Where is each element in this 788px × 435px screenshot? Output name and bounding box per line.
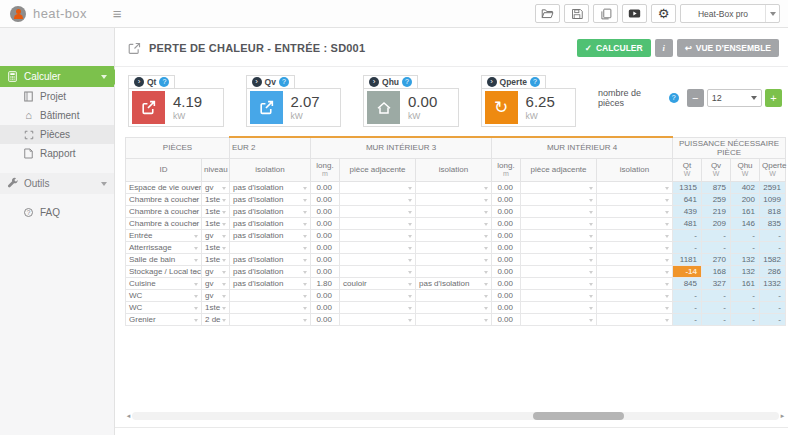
cell-isolation-mur4[interactable]	[597, 181, 673, 193]
cell-isolation-mur2[interactable]	[230, 301, 311, 313]
rooms-decrement-button[interactable]: −	[687, 89, 704, 107]
cell-piece-adjacente-mur3[interactable]	[340, 265, 416, 277]
cell-isolation-mur3[interactable]	[416, 181, 492, 193]
cell-isolation-mur3[interactable]: pas d'isolation	[416, 277, 492, 289]
cell-id[interactable]: Stockage / Local tech	[126, 265, 202, 277]
cell-longueur-mur3[interactable]: 0.00	[311, 217, 340, 229]
cell-longueur-mur3[interactable]: 0.00	[311, 289, 340, 301]
cell-niveau[interactable]: 1ste	[202, 217, 230, 229]
cell-niveau[interactable]: 1ste	[202, 205, 230, 217]
cell-isolation-mur2[interactable]	[230, 313, 311, 325]
cell-piece-adjacente-mur4[interactable]	[521, 229, 597, 241]
cell-piece-adjacente-mur3[interactable]	[340, 301, 416, 313]
cell-id[interactable]: WC	[126, 289, 202, 301]
cell-piece-adjacente-mur4[interactable]	[521, 253, 597, 265]
sidebar-item-pieces[interactable]: Pièces	[0, 125, 114, 144]
cell-piece-adjacente-mur3[interactable]	[340, 205, 416, 217]
cell-longueur-mur3[interactable]: 0.00	[311, 241, 340, 253]
cell-isolation-mur4[interactable]	[597, 193, 673, 205]
cell-isolation-mur4[interactable]	[597, 217, 673, 229]
save-button[interactable]	[564, 4, 589, 23]
cell-id[interactable]: Salle de bain	[126, 253, 202, 265]
cell-isolation-mur3[interactable]	[416, 193, 492, 205]
cell-isolation-mur3[interactable]	[416, 217, 492, 229]
cell-isolation-mur2[interactable]: pas d'isolation	[230, 265, 311, 277]
cell-isolation-mur3[interactable]	[416, 241, 492, 253]
cell-isolation-mur2[interactable]: pas d'isolation	[230, 193, 311, 205]
info-button[interactable]: i	[655, 39, 673, 57]
cell-longueur-mur3[interactable]: 1.80	[311, 277, 340, 289]
cell-longueur-mur4[interactable]: 0.00	[492, 313, 521, 325]
cell-longueur-mur3[interactable]: 0.00	[311, 253, 340, 265]
cell-longueur-mur3[interactable]: 0.00	[311, 229, 340, 241]
cell-longueur-mur3[interactable]: 0.00	[311, 205, 340, 217]
cell-niveau[interactable]: gv	[202, 277, 230, 289]
cell-isolation-mur2[interactable]: pas d'isolation	[230, 217, 311, 229]
cell-longueur-mur3[interactable]: 0.00	[311, 313, 340, 325]
cell-isolation-mur2[interactable]	[230, 289, 311, 301]
cell-niveau[interactable]: 2 de	[202, 313, 230, 325]
cell-isolation-mur4[interactable]	[597, 301, 673, 313]
cell-id[interactable]: Chambre à coucher 2	[126, 205, 202, 217]
help-icon[interactable]: ?	[402, 77, 412, 87]
cell-longueur-mur4[interactable]: 0.00	[492, 289, 521, 301]
cell-isolation-mur2[interactable]	[230, 241, 311, 253]
cell-longueur-mur4[interactable]: 0.00	[492, 277, 521, 289]
cell-niveau[interactable]: 1ste	[202, 253, 230, 265]
sidebar-item-faq[interactable]: ? FAQ	[0, 203, 114, 222]
cell-longueur-mur4[interactable]: 0.00	[492, 301, 521, 313]
cell-piece-adjacente-mur4[interactable]	[521, 181, 597, 193]
cell-piece-adjacente-mur4[interactable]	[521, 193, 597, 205]
scrollbar-thumb[interactable]	[533, 412, 624, 420]
cell-id[interactable]: Entrée	[126, 229, 202, 241]
cell-niveau[interactable]: 1ste	[202, 193, 230, 205]
cell-isolation-mur3[interactable]	[416, 301, 492, 313]
scroll-right-arrow-icon[interactable]: ►	[779, 413, 786, 419]
cell-longueur-mur4[interactable]: 0.00	[492, 217, 521, 229]
sidebar-item-outils[interactable]: Outils	[0, 173, 114, 194]
cell-piece-adjacente-mur3[interactable]	[340, 289, 416, 301]
cell-isolation-mur4[interactable]	[597, 265, 673, 277]
sidebar-item-batiment[interactable]: ⌂ Bâtiment	[0, 106, 114, 125]
cell-isolation-mur4[interactable]	[597, 277, 673, 289]
cell-piece-adjacente-mur3[interactable]	[340, 229, 416, 241]
sidebar-item-projet[interactable]: Projet	[0, 87, 114, 106]
cell-isolation-mur3[interactable]	[416, 205, 492, 217]
cell-piece-adjacente-mur4[interactable]	[521, 241, 597, 253]
cell-niveau[interactable]: gv	[202, 289, 230, 301]
cell-piece-adjacente-mur4[interactable]	[521, 313, 597, 325]
cell-piece-adjacente-mur3[interactable]	[340, 181, 416, 193]
cell-longueur-mur3[interactable]: 0.00	[311, 181, 340, 193]
cell-id[interactable]: WC	[126, 301, 202, 313]
cell-longueur-mur4[interactable]: 0.00	[492, 229, 521, 241]
help-icon[interactable]: ?	[279, 77, 289, 87]
cell-longueur-mur3[interactable]: 0.00	[311, 265, 340, 277]
scroll-left-arrow-icon[interactable]: ◄	[125, 413, 132, 419]
cell-piece-adjacente-mur3[interactable]	[340, 241, 416, 253]
cell-isolation-mur3[interactable]	[416, 313, 492, 325]
cell-id[interactable]: Cuisine	[126, 277, 202, 289]
help-icon[interactable]: ?	[530, 77, 540, 87]
video-button[interactable]	[622, 4, 647, 23]
cell-id[interactable]: Atterrissage	[126, 241, 202, 253]
overview-button[interactable]: ↩ VUE D'ENSEMBLE	[677, 39, 779, 57]
cell-piece-adjacente-mur3[interactable]	[340, 253, 416, 265]
cell-longueur-mur4[interactable]: 0.00	[492, 241, 521, 253]
cell-longueur-mur3[interactable]: 0.00	[311, 301, 340, 313]
cell-piece-adjacente-mur4[interactable]	[521, 277, 597, 289]
cell-piece-adjacente-mur3[interactable]	[340, 313, 416, 325]
sidebar-item-calculer[interactable]: Calculer	[0, 66, 114, 87]
cell-piece-adjacente-mur4[interactable]	[521, 217, 597, 229]
cell-niveau[interactable]: gv	[202, 229, 230, 241]
cell-isolation-mur3[interactable]	[416, 289, 492, 301]
cell-isolation-mur4[interactable]	[597, 313, 673, 325]
cell-isolation-mur2[interactable]: pas d'isolation	[230, 229, 311, 241]
cell-piece-adjacente-mur3[interactable]	[340, 193, 416, 205]
cell-isolation-mur3[interactable]	[416, 229, 492, 241]
cell-id[interactable]: Espace de vie ouvert	[126, 181, 202, 193]
cell-niveau[interactable]: gv	[202, 265, 230, 277]
calculate-button[interactable]: ✓ CALCULER	[577, 39, 651, 57]
cell-niveau[interactable]: 1ste	[202, 241, 230, 253]
cell-longueur-mur4[interactable]: 0.00	[492, 205, 521, 217]
cell-id[interactable]: Grenier	[126, 313, 202, 325]
